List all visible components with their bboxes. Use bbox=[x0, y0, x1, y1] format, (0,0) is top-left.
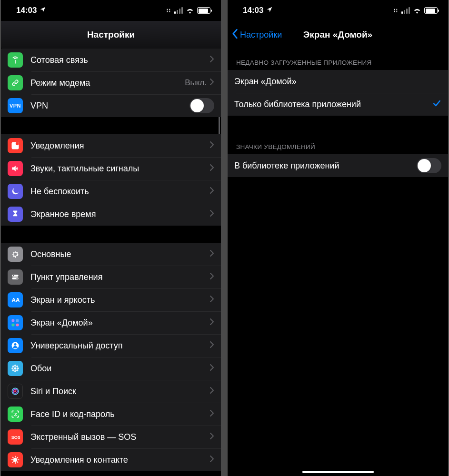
page-title: Экран «Домой» bbox=[303, 30, 372, 40]
row-label: В библиотеке приложений bbox=[234, 161, 417, 171]
location-icon bbox=[266, 6, 273, 15]
nav-bar: Настройки Экран «Домой» bbox=[228, 21, 448, 49]
checkmark-icon bbox=[432, 99, 441, 110]
svg-point-25 bbox=[14, 413, 15, 414]
grid-icon bbox=[8, 315, 23, 330]
link-icon bbox=[8, 75, 23, 90]
svg-line-34 bbox=[17, 461, 18, 463]
settings-row-faceid[interactable]: Face ID и код-пароль bbox=[1, 403, 221, 426]
settings-row-siri[interactable]: Siri и Поиск bbox=[1, 380, 221, 403]
settings-row-cellular[interactable]: Сотовая связь bbox=[1, 49, 221, 71]
chevron-right-icon bbox=[210, 318, 214, 328]
phone-settings: 14:03 ∷ Настройки Сотовая связьРежим мод… bbox=[1, 0, 221, 476]
group-header: ЗНАЧКИ УВЕДОМЛЕНИЙ bbox=[228, 133, 448, 154]
row-label: Экран и яркость bbox=[30, 295, 210, 305]
home-indicator[interactable] bbox=[302, 471, 374, 473]
svg-point-1 bbox=[16, 142, 19, 146]
status-bar: 14:03 ∷ bbox=[1, 0, 221, 21]
gear-icon bbox=[8, 247, 23, 262]
row-label: Сотовая связь bbox=[30, 55, 210, 65]
row-label: Уведомления bbox=[30, 141, 210, 151]
svg-point-3 bbox=[13, 275, 14, 277]
person-icon bbox=[8, 338, 23, 353]
siri-icon bbox=[8, 384, 23, 399]
row-label: Экранное время bbox=[30, 209, 210, 219]
back-button[interactable]: Настройки bbox=[231, 21, 282, 49]
covid-icon bbox=[8, 452, 23, 467]
settings-row-vpn[interactable]: VPNVPN bbox=[1, 94, 221, 117]
chevron-right-icon bbox=[210, 141, 214, 151]
settings-group: УведомленияЗвуки, тактильные сигналыНе б… bbox=[1, 134, 221, 226]
settings-group: ОсновныеПункт управленияAAЭкран и яркост… bbox=[1, 243, 221, 471]
svg-point-5 bbox=[17, 278, 18, 279]
svg-point-12 bbox=[14, 343, 17, 346]
svg-line-35 bbox=[12, 461, 14, 463]
signal-secondary-icon: ∷ bbox=[394, 7, 398, 14]
svg-line-36 bbox=[17, 457, 18, 458]
battery-icon bbox=[424, 7, 438, 14]
settings-row-homescreen[interactable]: Экран «Домой» bbox=[1, 311, 221, 334]
svg-rect-7 bbox=[12, 319, 15, 322]
chevron-right-icon bbox=[210, 432, 214, 442]
settings-scroll[interactable]: Сотовая связьРежим модемаВыкл.VPNVPNУвед… bbox=[1, 49, 221, 476]
chevron-right-icon bbox=[210, 272, 214, 282]
aa-icon: AA bbox=[8, 292, 23, 307]
svg-point-20 bbox=[12, 369, 14, 371]
svg-text:SOS: SOS bbox=[11, 435, 20, 440]
row-detail: Выкл. bbox=[185, 78, 207, 88]
signal-icon bbox=[174, 7, 183, 14]
flower-icon bbox=[8, 361, 23, 376]
row-label: Основные bbox=[30, 249, 210, 259]
row-label: Только библиотека приложений bbox=[234, 99, 432, 109]
svg-text:AA: AA bbox=[12, 297, 20, 303]
page-title: Настройки bbox=[87, 30, 135, 40]
settings-row-dnd[interactable]: Не беспокоить bbox=[1, 180, 221, 203]
settings-row-libbadges[interactable]: В библиотеке приложений bbox=[228, 154, 448, 177]
svg-point-19 bbox=[16, 366, 18, 367]
status-time: 14:03 bbox=[16, 6, 37, 15]
settings-group: НЕДАВНО ЗАГРУЖЕННЫЕ ПРИЛОЖЕНИЯЭкран «Дом… bbox=[228, 49, 448, 116]
settings-row-exposure[interactable]: Уведомления о контакте bbox=[1, 448, 221, 471]
row-label: Пункт управления bbox=[30, 272, 210, 282]
settings-row-addhome[interactable]: Экран «Домой» bbox=[228, 70, 448, 93]
settings-row-libonly[interactable]: Только библиотека приложений bbox=[228, 93, 448, 116]
svg-rect-9 bbox=[12, 324, 15, 327]
settings-row-screentime[interactable]: Экранное время bbox=[1, 203, 221, 226]
svg-rect-10 bbox=[16, 324, 19, 327]
hourglass-icon bbox=[8, 207, 23, 222]
settings-group: Сотовая связьРежим модемаВыкл.VPNVPN bbox=[1, 49, 221, 117]
row-label: Обои bbox=[30, 364, 210, 374]
svg-point-18 bbox=[12, 366, 14, 367]
row-label: Не беспокоить bbox=[30, 187, 210, 197]
svg-point-28 bbox=[13, 458, 17, 462]
settings-row-general[interactable]: Основные bbox=[1, 243, 221, 266]
homescreen-scroll[interactable]: НЕДАВНО ЗАГРУЖЕННЫЕ ПРИЛОЖЕНИЯЭкран «Дом… bbox=[228, 49, 448, 476]
vpn-icon: VPN bbox=[8, 98, 23, 113]
chevron-right-icon bbox=[210, 187, 214, 197]
chevron-right-icon bbox=[210, 295, 214, 305]
svg-point-15 bbox=[14, 370, 16, 372]
chevron-right-icon bbox=[210, 55, 214, 65]
settings-row-wallpaper[interactable]: Обои bbox=[1, 357, 221, 380]
row-label: Экстренный вызов — SOS bbox=[30, 432, 210, 442]
wifi-icon bbox=[186, 7, 194, 14]
row-label: Экран «Домой» bbox=[234, 77, 441, 87]
settings-row-notifications[interactable]: Уведомления bbox=[1, 134, 221, 157]
settings-row-controlcenter[interactable]: Пункт управления bbox=[1, 266, 221, 288]
svg-rect-8 bbox=[16, 319, 19, 322]
face-icon bbox=[8, 407, 23, 422]
settings-row-hotspot[interactable]: Режим модемаВыкл. bbox=[1, 71, 221, 94]
toggle-switch[interactable] bbox=[417, 158, 441, 173]
toggle-switch[interactable] bbox=[190, 98, 214, 113]
settings-row-sounds[interactable]: Звуки, тактильные сигналы bbox=[1, 157, 221, 180]
speaker-icon bbox=[8, 161, 23, 176]
wifi-icon bbox=[413, 7, 421, 14]
settings-row-display[interactable]: AAЭкран и яркость bbox=[1, 288, 221, 311]
chevron-right-icon bbox=[210, 341, 214, 351]
row-label: Siri и Поиск bbox=[30, 387, 210, 397]
row-label: Режим модема bbox=[30, 78, 185, 88]
chevron-right-icon bbox=[210, 387, 214, 397]
settings-row-accessibility[interactable]: Универсальный доступ bbox=[1, 334, 221, 357]
row-label: Звуки, тактильные сигналы bbox=[30, 164, 210, 174]
settings-row-sos[interactable]: SOSЭкстренный вызов — SOS bbox=[1, 426, 221, 448]
